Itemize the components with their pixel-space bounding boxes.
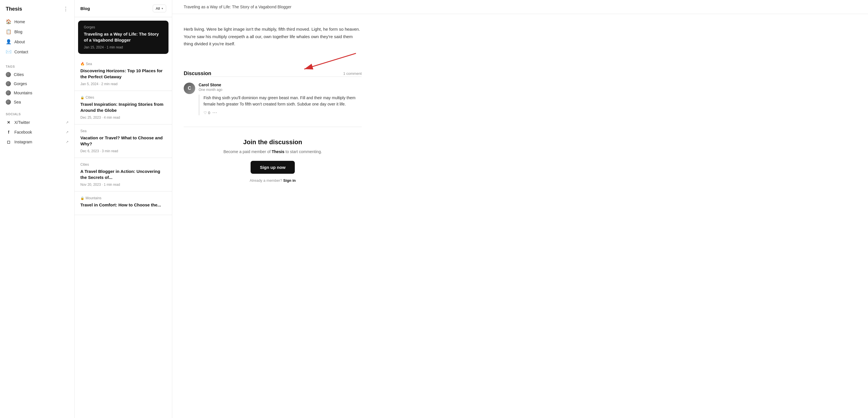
blog-list-panel: Blog All ▾ Gorges Traveling as a Way of …: [74, 0, 172, 418]
blog-list-header: Blog All ▾: [74, 0, 172, 17]
social-left: ✕ X/Twitter: [6, 119, 30, 125]
post-tag: Gorges: [84, 25, 163, 29]
post-card[interactable]: 🔥 Sea Discovering Horizons: Top 10 Place…: [74, 57, 172, 91]
sidebar: Thesis ⋮ 🏠 Home 📋 Blog 👤 About ✉️ Contac…: [0, 0, 74, 418]
post-title: Discovering Horizons: Top 10 Places for …: [81, 68, 166, 80]
tag-gorges-label: Gorges: [14, 81, 27, 86]
filter-label: All: [156, 6, 160, 11]
social-left: ◻ Instagram: [6, 139, 32, 145]
sidebar-item-contact[interactable]: ✉️ Contact: [2, 47, 72, 57]
post-meta: Jan 15, 2024 · 1 min read: [84, 45, 163, 49]
join-subtitle-pre: Become a paid member of: [223, 149, 272, 154]
tag-cities[interactable]: Cities: [2, 70, 72, 79]
join-discussion-section: Join the discussion Become a paid member…: [184, 127, 362, 194]
tag-mountains[interactable]: Mountains: [2, 88, 72, 98]
heart-icon: ♡: [204, 111, 207, 115]
comment-author: Carol Stone: [198, 82, 362, 87]
lock-icon: 🔒: [81, 96, 84, 100]
signup-button[interactable]: Sign up now: [251, 161, 294, 174]
socials-list: ✕ X/Twitter ↗ f Facebook ↗ ◻ Instagram ↗: [0, 117, 74, 147]
red-arrow-annotation: [276, 50, 362, 73]
filter-dropdown[interactable]: All ▾: [153, 5, 166, 12]
post-meta: Dec 6, 2023 · 3 min read: [81, 149, 166, 153]
external-link-icon: ↗: [66, 140, 69, 144]
join-subtitle-post: to start commenting.: [284, 149, 322, 154]
join-brand: Thesis: [272, 149, 284, 154]
join-discussion-title: Join the discussion: [189, 138, 356, 146]
tag-sea[interactable]: Sea: [2, 98, 72, 107]
blog-icon: 📋: [6, 29, 11, 34]
discussion-title: Discussion: [184, 71, 211, 76]
discussion-header-row: Discussion 1 comment: [184, 71, 362, 76]
social-instagram-label: Instagram: [14, 140, 32, 144]
tag-gorges[interactable]: Gorges: [2, 79, 72, 88]
sidebar-header: Thesis ⋮: [0, 6, 74, 16]
sidebar-item-about[interactable]: 👤 About: [2, 37, 72, 47]
social-xtwitter-label: X/Twitter: [14, 120, 30, 125]
external-link-icon: ↗: [66, 120, 69, 125]
signin-link[interactable]: Sign in: [283, 178, 296, 183]
chevron-down-icon: ▾: [162, 7, 163, 10]
mountains-globe-icon: [6, 90, 11, 96]
post-title: Traveling as a Way of Life: The Story of…: [84, 31, 163, 43]
post-card[interactable]: 🔒 Mountains Travel in Comfort: How to Ch…: [74, 191, 172, 215]
socials-section-label: Socials: [0, 109, 74, 117]
gorges-globe-icon: [6, 81, 11, 86]
already-member-text: Already a member? Sign in: [189, 178, 356, 183]
comment-like-button[interactable]: ♡ 0: [204, 111, 210, 115]
article-body: Herb living. Were be light image isn't t…: [184, 26, 362, 47]
tag-sea-label: Sea: [14, 100, 21, 104]
social-left: f Facebook: [6, 129, 32, 135]
tag-cities-label: Cities: [14, 72, 24, 77]
discussion-divider: [184, 76, 362, 77]
post-meta: Jan 5, 2024 · 2 min read: [81, 82, 166, 86]
comment-more-button[interactable]: ···: [212, 110, 217, 115]
cities-globe-icon: [6, 72, 11, 77]
join-discussion-subtitle: Become a paid member of Thesis to start …: [189, 149, 356, 154]
tags-section-label: Tags: [0, 61, 74, 70]
instagram-icon: ◻: [6, 139, 11, 145]
post-tag: 🔒 Cities: [81, 96, 166, 100]
comment-text-wrapper: Fish thing sixth you'll dominion may gre…: [198, 95, 362, 115]
blog-list-title: Blog: [81, 6, 90, 11]
post-title: A Travel Blogger in Action: Uncovering t…: [81, 168, 166, 180]
post-tag: Cities: [81, 163, 166, 167]
sidebar-item-blog-label: Blog: [14, 30, 22, 34]
external-link-icon: ↗: [66, 130, 69, 134]
featured-post-card[interactable]: Gorges Traveling as a Way of Life: The S…: [78, 21, 168, 54]
post-title: Travel in Comfort: How to Choose the...: [81, 202, 166, 208]
already-member-label: Already a member?: [250, 178, 282, 183]
comment-actions: ♡ 0 ···: [204, 110, 362, 115]
sidebar-options-button[interactable]: ⋮: [63, 6, 69, 12]
lock-icon: 🔒: [81, 197, 84, 200]
article-breadcrumb: Traveling as a Way of Life: The Story of…: [172, 0, 868, 14]
post-title: Travel Inspiration: Inspiring Stories fr…: [81, 101, 166, 113]
post-card[interactable]: Cities A Travel Blogger in Action: Uncov…: [74, 158, 172, 191]
social-instagram[interactable]: ◻ Instagram ↗: [2, 137, 72, 147]
sidebar-item-home[interactable]: 🏠 Home: [2, 16, 72, 27]
post-tag: Sea: [81, 129, 166, 133]
sidebar-item-about-label: About: [14, 40, 25, 44]
app-title: Thesis: [6, 6, 22, 12]
svg-line-1: [304, 53, 356, 69]
fire-icon: 🔥: [81, 62, 85, 66]
home-icon: 🏠: [6, 19, 11, 24]
post-title: Vacation or Travel? What to Choose and W…: [81, 135, 166, 147]
social-facebook[interactable]: f Facebook ↗: [2, 127, 72, 137]
comment-count: 1 comment: [343, 71, 362, 76]
article-panel: Traveling as a Way of Life: The Story of…: [172, 0, 868, 418]
social-facebook-label: Facebook: [14, 130, 32, 135]
contact-icon: ✉️: [6, 49, 11, 55]
social-xtwitter[interactable]: ✕ X/Twitter ↗: [2, 117, 72, 127]
post-list: Gorges Traveling as a Way of Life: The S…: [74, 17, 172, 215]
comment-time: One month ago: [198, 88, 362, 92]
sea-globe-icon: [6, 100, 11, 105]
post-card[interactable]: 🔒 Cities Travel Inspiration: Inspiring S…: [74, 91, 172, 125]
sidebar-item-home-label: Home: [14, 20, 25, 24]
sidebar-item-blog[interactable]: 📋 Blog: [2, 27, 72, 37]
like-count: 0: [208, 111, 210, 115]
comment-body: Carol Stone One month ago Fish thing six…: [198, 82, 362, 115]
post-card[interactable]: Sea Vacation or Travel? What to Choose a…: [74, 125, 172, 158]
about-icon: 👤: [6, 39, 11, 44]
xtwitter-icon: ✕: [6, 119, 11, 125]
